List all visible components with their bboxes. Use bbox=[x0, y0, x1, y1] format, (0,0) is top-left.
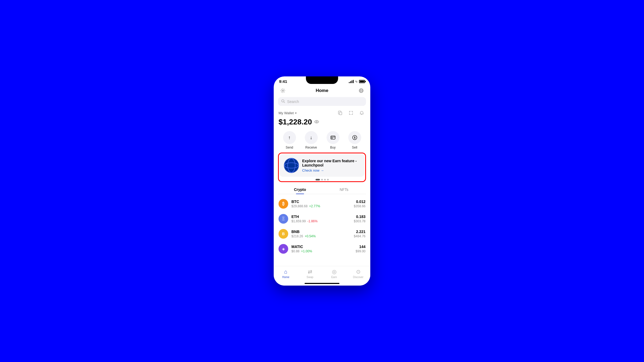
svg-point-11 bbox=[288, 158, 295, 173]
banner-title: Explore our new Earn feature - Launchpoo… bbox=[302, 159, 360, 167]
status-icons: ∿ bbox=[349, 80, 365, 83]
eth-price: $1,659.99 bbox=[291, 219, 306, 223]
btc-price-row: $29,888.68 +2.77% bbox=[291, 204, 351, 208]
battery-icon bbox=[359, 80, 365, 83]
banner-dots bbox=[280, 179, 364, 180]
btc-value: $358.66 bbox=[354, 204, 365, 208]
send-icon-circle: ↑ bbox=[283, 131, 296, 144]
btc-amount: 0.012 bbox=[354, 200, 365, 204]
home-icon: ⌂ bbox=[284, 269, 287, 275]
list-item[interactable]: Ξ ETH $1,659.99 -1.86% 0.183 $303.78 bbox=[274, 211, 370, 226]
eye-icon[interactable] bbox=[314, 120, 319, 124]
settings-button[interactable] bbox=[279, 86, 287, 95]
bnb-icon: B bbox=[279, 229, 288, 239]
notch bbox=[306, 76, 338, 84]
nav-swap[interactable]: ⇄ Swap bbox=[298, 268, 322, 279]
wallet-action-icons bbox=[336, 109, 365, 117]
eth-price-row: $1,659.99 -1.86% bbox=[291, 219, 351, 223]
matic-amount: 144 bbox=[356, 245, 365, 249]
receive-button[interactable]: ↓ Receive bbox=[305, 131, 318, 149]
buy-icon-circle bbox=[327, 131, 339, 144]
balance-amount: $1,228.20 bbox=[279, 118, 312, 126]
receive-icon-circle: ↓ bbox=[305, 131, 318, 144]
balance-row: $1,228.20 bbox=[279, 118, 365, 126]
nav-discover-label: Discover bbox=[353, 276, 364, 279]
svg-point-5 bbox=[316, 121, 317, 123]
asset-tabs: Crypto NFTs bbox=[278, 185, 366, 194]
search-bar[interactable]: Search bbox=[278, 97, 366, 106]
receive-label: Receive bbox=[305, 146, 317, 149]
sell-icon-circle: $ bbox=[348, 131, 361, 144]
sell-button[interactable]: $ Sell bbox=[348, 131, 361, 149]
banner-dot-4[interactable] bbox=[327, 179, 329, 180]
svg-point-0 bbox=[282, 90, 284, 91]
nav-home[interactable]: ⌂ Home bbox=[274, 269, 298, 279]
banner-container[interactable]: 🌎 Explore our new Earn feature - Launchp… bbox=[278, 153, 366, 182]
send-button[interactable]: ↑ Send bbox=[283, 131, 296, 149]
bnb-balance: 2.221 $484.76 bbox=[354, 230, 365, 238]
wallet-section: My Wallet ▾ bbox=[274, 109, 370, 129]
bottom-nav: ⌂ Home ⇄ Swap ◎ Earn ⊙ Discover bbox=[274, 266, 370, 282]
list-item[interactable]: ₿ BTC $29,888.68 +2.77% 0.012 $358.66 bbox=[274, 196, 370, 211]
matic-price-row: $0.88 +1.00% bbox=[291, 249, 352, 253]
fullscreen-button[interactable] bbox=[347, 109, 355, 117]
btc-name: BTC bbox=[291, 200, 351, 204]
nav-discover[interactable]: ⊙ Discover bbox=[346, 268, 370, 279]
matic-balance: 144 $99.00 bbox=[356, 245, 365, 253]
bnb-change: +0.54% bbox=[305, 234, 316, 238]
eth-info: ETH $1,659.99 -1.86% bbox=[291, 215, 351, 223]
svg-text:🌎: 🌎 bbox=[290, 164, 295, 168]
banner-link[interactable]: Check now → bbox=[302, 168, 360, 172]
app-header: Home bbox=[274, 85, 370, 97]
banner-dot-1[interactable] bbox=[316, 179, 320, 180]
nav-swap-label: Swap bbox=[306, 276, 313, 279]
page-title: Home bbox=[316, 88, 328, 93]
list-item[interactable]: B BNB $218.26 +0.54% 2.221 $484.76 bbox=[274, 226, 370, 241]
earn-icon: ◎ bbox=[332, 268, 336, 275]
bnb-info: BNB $218.26 +0.54% bbox=[291, 230, 351, 238]
bnb-name: BNB bbox=[291, 230, 351, 234]
matic-change: +1.00% bbox=[301, 249, 312, 253]
banner-dot-3[interactable] bbox=[324, 179, 326, 180]
nav-earn[interactable]: ◎ Earn bbox=[322, 268, 346, 279]
matic-value: $99.00 bbox=[356, 249, 365, 253]
matic-info: MATIC $0.88 +1.00% bbox=[291, 245, 352, 253]
bnb-price-row: $218.26 +0.54% bbox=[291, 234, 351, 238]
buy-button[interactable]: Buy bbox=[327, 131, 339, 149]
earn-banner: 🌎 Explore our new Earn feature - Launchp… bbox=[280, 154, 364, 177]
globe-button[interactable] bbox=[357, 86, 365, 95]
signal-icon bbox=[349, 80, 354, 83]
svg-rect-6 bbox=[331, 136, 335, 139]
wifi-icon: ∿ bbox=[355, 80, 358, 83]
tab-crypto[interactable]: Crypto bbox=[278, 185, 322, 194]
copy-button[interactable] bbox=[336, 109, 344, 117]
search-placeholder: Search bbox=[287, 99, 299, 104]
svg-rect-7 bbox=[331, 138, 333, 138]
nav-earn-label: Earn bbox=[331, 276, 337, 279]
notification-button[interactable] bbox=[358, 109, 365, 117]
tab-nfts[interactable]: NFTs bbox=[322, 185, 366, 194]
btc-info: BTC $29,888.68 +2.77% bbox=[291, 200, 351, 208]
btc-balance: 0.012 $358.66 bbox=[354, 200, 365, 208]
bnb-amount: 2.221 bbox=[354, 230, 365, 234]
discover-icon: ⊙ bbox=[356, 268, 361, 275]
phone-frame: 9:41 ∿ Home bbox=[274, 76, 370, 286]
matic-icon: ◈ bbox=[279, 244, 288, 254]
bnb-value: $484.76 bbox=[354, 234, 365, 238]
swap-icon: ⇄ bbox=[308, 268, 312, 275]
btc-change: +2.77% bbox=[309, 204, 320, 208]
btc-icon: ₿ bbox=[279, 199, 288, 209]
svg-point-13 bbox=[284, 158, 299, 173]
wallet-label[interactable]: My Wallet ▾ bbox=[279, 111, 297, 115]
matic-price: $0.88 bbox=[291, 249, 299, 253]
wallet-dropdown-icon: ▾ bbox=[295, 112, 297, 114]
svg-text:$: $ bbox=[354, 136, 356, 139]
eth-change: -1.86% bbox=[307, 219, 317, 223]
status-time: 9:41 bbox=[279, 79, 287, 84]
list-item[interactable]: ◈ MATIC $0.88 +1.00% 144 $99.00 bbox=[274, 241, 370, 256]
buy-label: Buy bbox=[330, 146, 336, 149]
status-bar: 9:41 ∿ bbox=[274, 76, 370, 85]
eth-icon: Ξ bbox=[279, 214, 288, 224]
bnb-price: $218.26 bbox=[291, 234, 303, 238]
banner-dot-2[interactable] bbox=[321, 179, 323, 180]
